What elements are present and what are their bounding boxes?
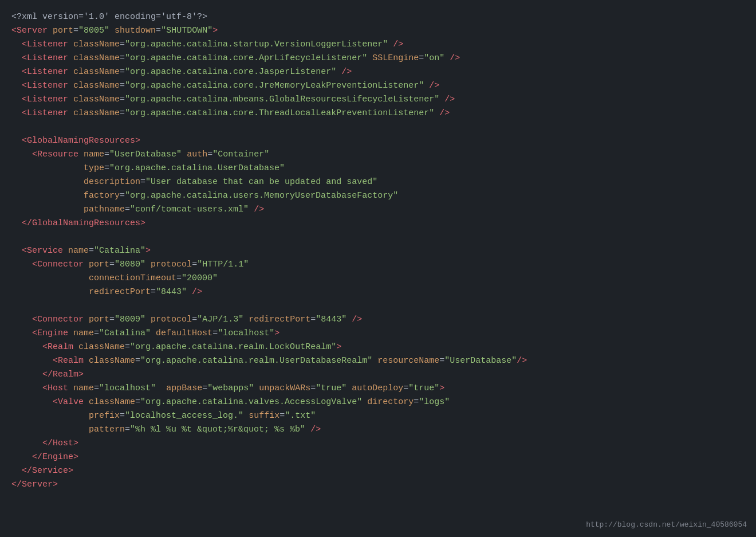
- line-listener4: <Listener className="org.apache.catalina…: [11, 79, 745, 93]
- line-connector1-open: <Connector port="8080" protocol="HTTP/1.…: [11, 258, 745, 272]
- line-resource-open: <Resource name="UserDatabase" auth="Cont…: [11, 148, 745, 162]
- line-service-open: <Service name="Catalina">: [11, 244, 745, 258]
- line-host-close: </Host>: [11, 437, 745, 450]
- line-listener3: <Listener className="org.apache.catalina…: [11, 65, 745, 79]
- line-globalNaming-close: </GlobalNamingResources>: [11, 217, 745, 230]
- line-listener2: <Listener className="org.apache.catalina…: [11, 52, 745, 65]
- line-valve-pattern: pattern="%h %l %u %t &quot;%r&quot; %s %…: [11, 423, 745, 437]
- line-resource-pathname: pathname="conf/tomcat-users.xml" />: [11, 203, 745, 217]
- line-resource-desc: description="User database that can be u…: [11, 175, 745, 189]
- line-resource-type: type="org.apache.catalina.UserDatabase": [11, 162, 745, 175]
- watermark-text: http://blog.csdn.net/weixin_40586054: [586, 519, 747, 531]
- line-resource-factory: factory="org.apache.catalina.users.Memor…: [11, 189, 745, 203]
- line-service-close: </Service>: [11, 464, 745, 478]
- line-engine-close: </Engine>: [11, 450, 745, 464]
- line-listener6: <Listener className="org.apache.catalina…: [11, 107, 745, 120]
- line-listener1: <Listener className="org.apache.catalina…: [11, 38, 745, 52]
- line-blank1: [11, 120, 745, 134]
- line-connector1-timeout: connectionTimeout="20000": [11, 272, 745, 285]
- line-globalNaming-open: <GlobalNamingResources>: [11, 134, 745, 148]
- line-host-open: <Host name="localhost" appBase="webapps"…: [11, 382, 745, 395]
- line-xml-decl: <?xml version='1.0' encoding='utf-8'?>: [11, 10, 745, 24]
- line-blank2: [11, 230, 745, 244]
- line-realm2: <Realm className="org.apache.catalina.re…: [11, 354, 745, 368]
- line-server-close: </Server>: [11, 478, 745, 492]
- line-server-open: <Server port="8005" shutdown="SHUTDOWN">: [11, 24, 745, 38]
- line-engine-open: <Engine name="Catalina" defaultHost="loc…: [11, 327, 745, 340]
- line-connector1-redirect: redirectPort="8443" />: [11, 285, 745, 299]
- line-listener5: <Listener className="org.apache.catalina…: [11, 93, 745, 107]
- line-realm1-open: <Realm className="org.apache.catalina.re…: [11, 340, 745, 354]
- line-connector2: <Connector port="8009" protocol="AJP/1.3…: [11, 313, 745, 327]
- line-valve-open: <Valve className="org.apache.catalina.va…: [11, 395, 745, 409]
- line-valve-prefix: prefix="localhost_access_log." suffix=".…: [11, 409, 745, 423]
- code-viewer: <?xml version='1.0' encoding='utf-8'?> <…: [0, 0, 756, 537]
- line-realm1-close: </Realm>: [11, 368, 745, 382]
- line-blank3: [11, 299, 745, 313]
